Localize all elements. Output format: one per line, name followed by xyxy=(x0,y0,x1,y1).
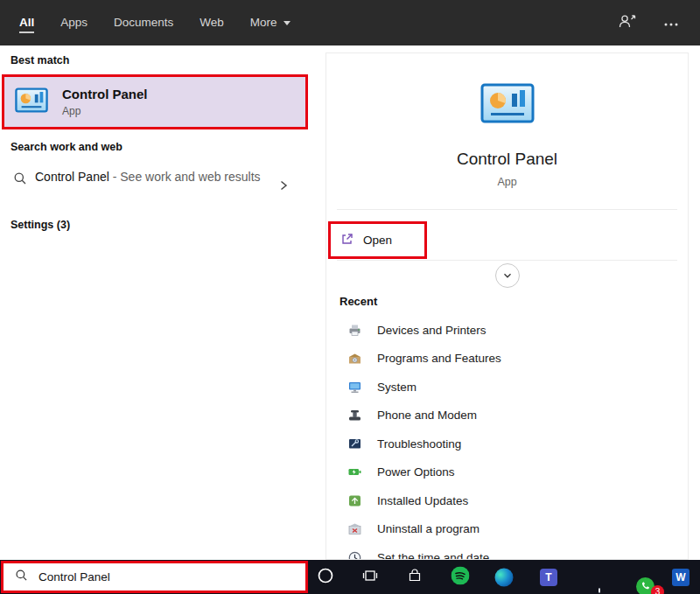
best-match-result[interactable]: Control Panel App xyxy=(2,74,308,129)
best-match-title: Control Panel xyxy=(62,87,148,101)
control-panel-icon xyxy=(15,87,48,116)
open-icon xyxy=(340,232,354,249)
printer-icon xyxy=(347,323,362,338)
web-suggestion-row[interactable]: Control Panel - See work and web results xyxy=(0,164,308,210)
expand-actions-button[interactable] xyxy=(495,263,520,288)
programs-icon xyxy=(347,351,362,366)
open-label: Open xyxy=(363,234,392,247)
search-icon xyxy=(15,569,28,585)
edge-browser-icon[interactable] xyxy=(495,568,514,586)
tab-all[interactable]: All xyxy=(19,0,34,45)
tab-more[interactable]: More xyxy=(250,0,290,45)
updates-icon xyxy=(347,493,362,508)
computer-icon xyxy=(347,380,362,395)
whatsapp-icon[interactable]: 3 xyxy=(636,584,654,594)
recent-item-label: System xyxy=(377,381,416,394)
search-filter-tabs: All Apps Documents Web More xyxy=(19,0,290,45)
spotify-icon[interactable] xyxy=(452,566,470,588)
microsoft-store-icon[interactable] xyxy=(407,568,423,587)
teams-icon[interactable]: T xyxy=(540,569,557,586)
chevron-down-icon xyxy=(284,21,290,25)
chevron-down-icon xyxy=(501,269,514,282)
tab-web[interactable]: Web xyxy=(200,0,224,45)
recent-item-system[interactable]: System xyxy=(326,373,688,402)
recent-item-troubleshooting[interactable]: Troubleshooting xyxy=(326,430,688,458)
clock-icon xyxy=(347,550,362,560)
divider xyxy=(337,209,677,210)
best-match-text: Control Panel App xyxy=(62,87,148,117)
tab-all-label: All xyxy=(19,12,34,33)
tab-documents[interactable]: Documents xyxy=(114,0,173,45)
topbar-actions xyxy=(618,0,679,45)
phone-icon xyxy=(347,408,362,423)
control-panel-icon-large xyxy=(480,83,535,127)
cortana-icon[interactable] xyxy=(318,567,334,587)
best-match-subtitle: App xyxy=(62,105,148,117)
recent-item-installed-updates[interactable]: Installed Updates xyxy=(326,486,688,515)
troubleshooting-icon xyxy=(347,437,362,451)
tab-apps-label: Apps xyxy=(60,12,88,33)
recent-item-label: Devices and Printers xyxy=(377,324,486,337)
preview-title: Control Panel xyxy=(326,150,688,169)
recent-item-label: Phone and Modem xyxy=(377,409,477,422)
word-icon[interactable]: W xyxy=(672,569,690,586)
search-input[interactable] xyxy=(38,570,257,584)
recent-item-uninstall-program[interactable]: Uninstall a program xyxy=(326,515,688,544)
recent-item-phone-modem[interactable]: Phone and Modem xyxy=(326,402,688,430)
taskbar-search-box[interactable] xyxy=(1,561,308,593)
search-icon xyxy=(13,171,27,189)
tab-web-label: Web xyxy=(200,12,224,33)
recent-item-programs-features[interactable]: Programs and Features xyxy=(326,345,688,374)
uninstall-icon xyxy=(347,521,362,536)
recent-header: Recent xyxy=(340,295,377,308)
divider xyxy=(337,260,677,261)
task-view-icon[interactable] xyxy=(362,568,378,587)
recent-item-label: Installed Updates xyxy=(377,494,468,507)
start-search-panel: All Apps Documents Web More Best match xyxy=(0,0,700,594)
settings-header: Settings (3) xyxy=(10,219,70,231)
tab-documents-label: Documents xyxy=(114,12,173,33)
best-match-header: Best match xyxy=(10,54,69,66)
account-icon[interactable] xyxy=(618,14,637,32)
search-filter-bar: All Apps Documents Web More xyxy=(0,0,700,45)
recent-list: Devices and Printers Programs and Featur… xyxy=(326,316,688,560)
recent-item-label: Set the time and date xyxy=(377,551,489,560)
recent-item-label: Power Options xyxy=(377,465,455,479)
recent-item-label: Programs and Features xyxy=(377,352,501,365)
recent-item-label: Uninstall a program xyxy=(377,522,480,535)
web-suggestion-text: Control Panel - See work and web results xyxy=(35,168,268,186)
recent-item-power-options[interactable]: Power Options xyxy=(326,458,688,487)
tab-apps[interactable]: Apps xyxy=(60,0,88,45)
more-options-icon[interactable] xyxy=(663,15,679,31)
preview-pane: Control Panel App Open Recent xyxy=(326,52,689,560)
preview-subtitle: App xyxy=(326,176,688,188)
web-suggestion-query: Control Panel xyxy=(35,170,109,184)
tab-more-label: More xyxy=(250,12,277,33)
recent-item-label: Troubleshooting xyxy=(377,437,461,451)
power-icon xyxy=(347,465,362,479)
recent-item-devices-printers[interactable]: Devices and Printers xyxy=(326,316,688,345)
recent-item-set-time-date[interactable]: Set the time and date xyxy=(326,543,688,560)
chevron-right-icon[interactable] xyxy=(278,178,289,196)
notification-badge: 3 xyxy=(651,585,664,594)
web-suggestion-suffix: - See work and web results xyxy=(109,170,261,184)
search-work-web-header: Search work and web xyxy=(10,141,122,153)
open-button[interactable]: Open xyxy=(328,221,427,259)
